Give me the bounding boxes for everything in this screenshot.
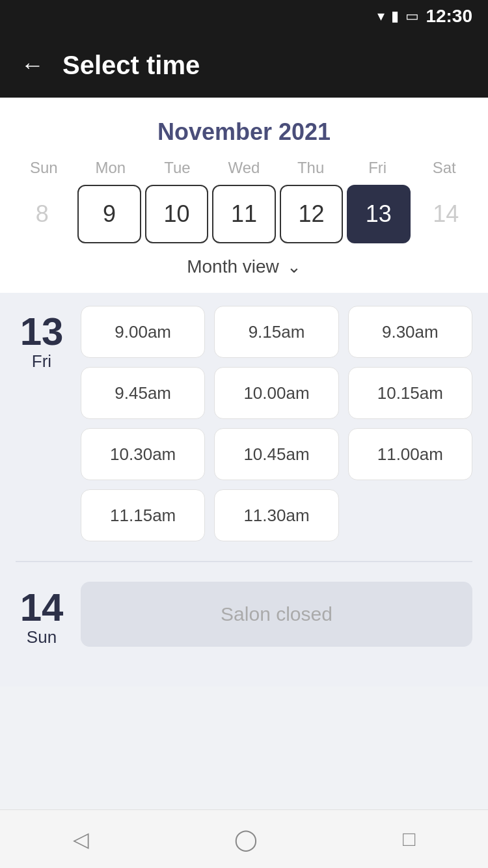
chevron-down-icon: ⌄ bbox=[287, 257, 301, 277]
day-block-13: 13 Fri 9.00am 9.15am 9.30am 9.45am 10.00… bbox=[16, 306, 472, 541]
day-header-thu: Thu bbox=[277, 159, 344, 177]
day-header-fri: Fri bbox=[344, 159, 411, 177]
time-section: 13 Fri 9.00am 9.15am 9.30am 9.45am 10.00… bbox=[0, 293, 488, 686]
signal-icon: ▮ bbox=[391, 8, 399, 25]
time-slot-1130[interactable]: 11.30am bbox=[214, 489, 338, 541]
day-number-13: 13 bbox=[20, 312, 64, 351]
date-cell-11[interactable]: 11 bbox=[212, 185, 275, 243]
time-slot-900[interactable]: 9.00am bbox=[81, 306, 205, 358]
status-bar: ▾ ▮ ▭ 12:30 bbox=[0, 0, 488, 33]
section-divider bbox=[16, 561, 472, 562]
month-year: November 2021 bbox=[10, 118, 478, 146]
date-cell-8[interactable]: 8 bbox=[10, 185, 74, 243]
day-label-14: 14 Sun bbox=[16, 582, 68, 647]
back-nav-button[interactable]: ◁ bbox=[53, 821, 109, 858]
date-cell-9[interactable]: 9 bbox=[77, 185, 141, 243]
month-view-toggle[interactable]: Month view ⌄ bbox=[10, 243, 478, 293]
home-nav-button[interactable]: ◯ bbox=[215, 821, 277, 858]
day-header-tue: Tue bbox=[144, 159, 211, 177]
day-headers: Sun Mon Tue Wed Thu Fri Sat bbox=[10, 159, 478, 177]
wifi-icon: ▾ bbox=[377, 8, 385, 25]
time-slot-930[interactable]: 9.30am bbox=[348, 306, 472, 358]
time-slot-1030[interactable]: 10.30am bbox=[81, 428, 205, 480]
date-cell-13[interactable]: 13 bbox=[347, 185, 410, 243]
page-header: ← Select time bbox=[0, 33, 488, 98]
back-button[interactable]: ← bbox=[21, 51, 44, 79]
day-label-13: 13 Fri bbox=[16, 306, 68, 541]
time-slot-1015[interactable]: 10.15am bbox=[348, 367, 472, 419]
day-number-14: 14 bbox=[20, 588, 64, 627]
day-header-mon: Mon bbox=[77, 159, 144, 177]
date-cell-14[interactable]: 14 bbox=[414, 185, 478, 243]
day-name-14: Sun bbox=[27, 627, 57, 647]
battery-icon: ▭ bbox=[405, 8, 419, 25]
date-cell-10[interactable]: 10 bbox=[145, 185, 208, 243]
salon-closed-label: Salon closed bbox=[81, 582, 472, 647]
time-slot-1045[interactable]: 10.45am bbox=[214, 428, 338, 480]
page-title: Select time bbox=[62, 51, 200, 80]
time-slot-1115[interactable]: 11.15am bbox=[81, 489, 205, 541]
calendar-section: November 2021 Sun Mon Tue Wed Thu Fri Sa… bbox=[0, 98, 488, 293]
time-grid-13: 9.00am 9.15am 9.30am 9.45am 10.00am 10.1… bbox=[81, 306, 472, 541]
day-header-sun: Sun bbox=[10, 159, 77, 177]
time-slot-1000[interactable]: 10.00am bbox=[214, 367, 338, 419]
time-slot-945[interactable]: 9.45am bbox=[81, 367, 205, 419]
time-slot-915[interactable]: 9.15am bbox=[214, 306, 338, 358]
status-icons: ▾ ▮ ▭ 12:30 bbox=[377, 6, 472, 27]
month-view-label: Month view bbox=[187, 256, 279, 277]
status-time: 12:30 bbox=[426, 6, 472, 27]
day-header-wed: Wed bbox=[211, 159, 278, 177]
day-block-14: 14 Sun Salon closed bbox=[16, 582, 472, 667]
time-slot-1100[interactable]: 11.00am bbox=[348, 428, 472, 480]
day-name-13: Fri bbox=[32, 351, 51, 372]
date-cell-12[interactable]: 12 bbox=[280, 185, 343, 243]
date-row: 8 9 10 11 12 13 14 bbox=[10, 185, 478, 243]
bottom-nav: ◁ ◯ □ bbox=[0, 809, 488, 868]
day-header-sat: Sat bbox=[411, 159, 478, 177]
recent-nav-button[interactable]: □ bbox=[383, 821, 435, 858]
